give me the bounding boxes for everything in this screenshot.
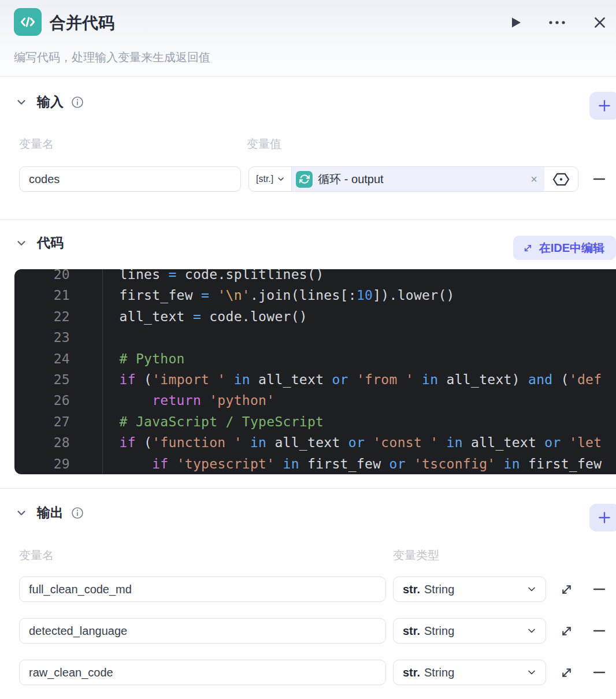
type-abbr: str. xyxy=(403,666,420,679)
line-number: 28 xyxy=(14,432,70,453)
code-line-text: # JavaScript / TypeScript xyxy=(70,411,324,432)
minus-icon xyxy=(592,665,606,679)
remove-output-variable-button[interactable] xyxy=(592,582,607,597)
code-node-icon xyxy=(14,8,42,36)
code-line-text: first_few = '\n'.join(lines[:10]).lower(… xyxy=(70,285,455,306)
code-line: 22 all_text = code.lower() xyxy=(14,306,616,327)
code-line: 24 # Python xyxy=(14,348,616,369)
code-line-text: all_text = code.lower() xyxy=(70,306,307,327)
type-abbr: str. xyxy=(403,583,420,596)
code-line-text: if ('import ' in all_text or 'from ' in … xyxy=(70,369,602,390)
output-variable-name-field[interactable] xyxy=(19,660,386,685)
expand-icon xyxy=(559,665,574,680)
code-brackets-icon xyxy=(18,13,37,31)
code-line: 29 if 'typescript' in first_few or 'tsco… xyxy=(14,453,616,474)
type-label: String xyxy=(424,583,454,596)
output-variable-row: str. String xyxy=(0,660,616,685)
expand-icon xyxy=(559,624,574,638)
line-number: 20 xyxy=(14,269,70,285)
output-variable-row: str. String xyxy=(0,618,616,644)
chevron-down-icon xyxy=(526,583,537,595)
line-number: 24 xyxy=(14,348,70,369)
more-button[interactable] xyxy=(548,20,566,25)
output-section: 输出 变量名 变量类型 str. String str. String xyxy=(0,489,616,699)
code-section-title: 代码 xyxy=(37,234,64,252)
code-editor[interactable]: 20 lines = code.splitlines()21 first_few… xyxy=(14,269,616,474)
code-line: 21 first_few = '\n'.join(lines[:10]).low… xyxy=(14,285,616,306)
code-line: 20 lines = code.splitlines() xyxy=(14,269,616,285)
chevron-down-icon xyxy=(526,625,537,637)
variable-picker-button[interactable] xyxy=(544,167,578,191)
code-section: 代码 在IDE中编辑 20 lines = code.splitlines()2… xyxy=(0,220,616,489)
info-icon[interactable] xyxy=(70,506,84,520)
panel-subtitle: 编写代码，处理输入变量来生成返回值 xyxy=(14,50,210,65)
type-abbr: str. xyxy=(403,624,420,638)
output-variable-name-field[interactable] xyxy=(19,618,386,644)
line-number: 23 xyxy=(14,327,70,348)
variable-reference-label: 循环 - output xyxy=(318,172,383,187)
add-input-variable-button[interactable] xyxy=(589,92,616,120)
chevron-down-icon xyxy=(15,507,28,519)
input-collapse-toggle[interactable] xyxy=(15,96,28,109)
remove-input-variable-button[interactable] xyxy=(592,172,607,187)
code-line: 28 if ('function ' in all_text or 'const… xyxy=(14,432,616,453)
minus-icon xyxy=(592,624,606,638)
minus-icon xyxy=(592,582,606,596)
panel-header: 合并代码 编写代码，处理输入变量来生成返回值 xyxy=(0,0,616,77)
input-value-control: [str.] 循环 - output × xyxy=(248,166,578,192)
chevron-down-icon xyxy=(15,237,28,250)
value-type-badge: [str.] xyxy=(256,174,273,184)
input-variable-name-field[interactable] xyxy=(19,166,241,192)
value-type-dropdown[interactable]: [str.] xyxy=(249,167,292,191)
input-col-value-label: 变量值 xyxy=(247,136,281,152)
line-number: 26 xyxy=(14,390,70,411)
edit-in-ide-button[interactable]: 在IDE中编辑 xyxy=(513,236,616,260)
run-button[interactable] xyxy=(509,15,522,30)
line-number: 29 xyxy=(14,453,70,474)
header-actions xyxy=(509,14,608,31)
clear-value-button[interactable]: × xyxy=(530,173,537,185)
expand-output-button[interactable] xyxy=(558,581,574,597)
output-collapse-toggle[interactable] xyxy=(15,507,28,519)
expand-output-button[interactable] xyxy=(558,664,574,681)
expand-icon xyxy=(522,243,533,254)
expand-output-button[interactable] xyxy=(558,623,574,639)
line-number: 22 xyxy=(14,306,70,327)
type-label: String xyxy=(424,666,454,679)
output-type-select[interactable]: str. String xyxy=(393,660,546,685)
output-type-select[interactable]: str. String xyxy=(393,618,546,644)
add-output-variable-button[interactable] xyxy=(589,504,616,531)
loop-icon xyxy=(299,174,310,184)
chevron-down-icon xyxy=(276,174,285,184)
edit-in-ide-label: 在IDE中编辑 xyxy=(539,240,604,256)
type-label: String xyxy=(424,624,454,638)
remove-output-variable-button[interactable] xyxy=(592,623,607,638)
expand-icon xyxy=(559,582,574,597)
code-line-text: # Python xyxy=(70,348,185,369)
code-line: 26 return 'python' xyxy=(14,390,616,411)
output-type-select[interactable]: str. String xyxy=(393,577,546,602)
info-icon[interactable] xyxy=(70,95,84,109)
variable-reference-tag[interactable]: 循环 - output × xyxy=(292,167,544,191)
code-line: 27 # JavaScript / TypeScript xyxy=(14,411,616,432)
output-col-type-label: 变量类型 xyxy=(393,548,439,563)
ellipsis-icon xyxy=(548,20,566,25)
loop-node-badge xyxy=(296,171,313,188)
code-line-text: return 'python' xyxy=(70,390,274,411)
hexagon-variable-icon xyxy=(552,172,570,187)
code-collapse-toggle[interactable] xyxy=(15,237,28,250)
indent-guide xyxy=(102,269,103,474)
input-section: 输入 变量名 变量值 [str.] 循环 - output xyxy=(0,77,616,220)
chevron-down-icon xyxy=(526,667,537,678)
code-editor-lines: 20 lines = code.splitlines()21 first_few… xyxy=(14,269,616,474)
close-button[interactable] xyxy=(592,14,608,31)
output-variable-row: str. String xyxy=(0,577,616,602)
remove-output-variable-button[interactable] xyxy=(592,665,607,680)
input-section-title: 输入 xyxy=(37,93,64,111)
code-line-text: lines = code.splitlines() xyxy=(70,269,324,285)
output-variable-name-field[interactable] xyxy=(19,577,386,602)
output-col-name-label: 变量名 xyxy=(19,548,54,563)
chevron-down-icon xyxy=(15,96,28,109)
minus-icon xyxy=(592,172,606,186)
play-icon xyxy=(509,15,522,30)
